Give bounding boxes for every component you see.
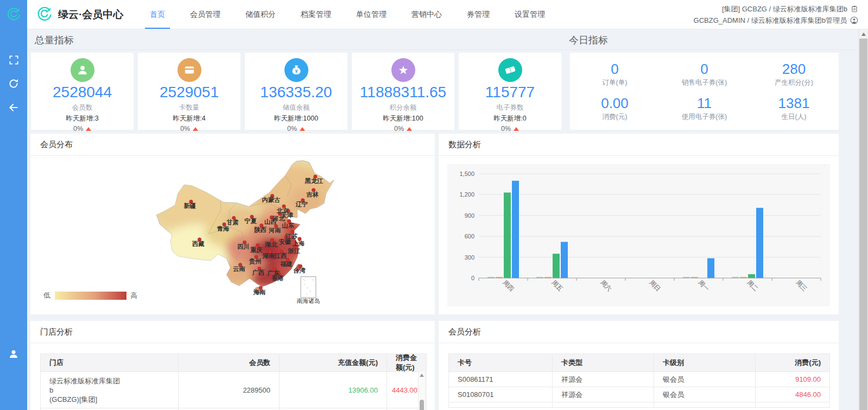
- sidebar-logo[interactable]: [0, 0, 27, 29]
- province-label: 云南: [233, 266, 245, 272]
- province-label: 西藏: [192, 241, 205, 247]
- page-scrollbar[interactable]: [858, 29, 868, 410]
- nav-tab-1[interactable]: 首页: [137, 0, 178, 29]
- stat-sub: 昨天新增:1000: [245, 114, 347, 123]
- brand-swirl-icon: [5, 7, 22, 23]
- store-table-scrollbar[interactable]: [418, 371, 426, 410]
- y-tick-label: 0: [471, 275, 474, 281]
- bar-blue[interactable]: [512, 181, 519, 278]
- store-row[interactable]: 绿云标准版标准库集团b(GCBZG)[集团]228950013906.00444…: [41, 371, 426, 408]
- bar-blue[interactable]: [756, 208, 763, 278]
- bar-blue[interactable]: [561, 242, 568, 278]
- x-category-label: 周五: [550, 279, 564, 293]
- sidebar: [0, 0, 27, 410]
- account-info: [集团] GCBZG / 绿云标准版标准库集团b GCBZG_ADMIN / 绿…: [694, 3, 868, 26]
- stat-percent: 0%: [245, 125, 347, 133]
- nav-tab-8[interactable]: 设置管理: [502, 0, 557, 29]
- stat-label: 卡数量: [138, 103, 240, 112]
- sidebar-user-icon[interactable]: [8, 348, 20, 360]
- bar-blue[interactable]: [707, 258, 714, 278]
- account-admin-row[interactable]: GCBZG_ADMIN / 绿云标准版标准库集团b管理员: [694, 15, 858, 26]
- china-map[interactable]: 南海诸岛 新疆西藏青海甘肃宁夏内蒙古黑龙江吉林辽宁北京天津河北山西山东陕西河南江…: [154, 159, 341, 304]
- back-arrow-icon[interactable]: [8, 102, 20, 113]
- member-row[interactable]: S01080701祥源会银会员4846.00: [449, 387, 829, 402]
- stat-sub: 昨天新增:100: [352, 114, 454, 123]
- bar-small-green[interactable]: [536, 277, 543, 278]
- stat-label: 储值余额: [245, 103, 347, 112]
- metric-label: 使用电子券(张): [682, 112, 727, 122]
- nav-tab-7[interactable]: 券管理: [454, 0, 502, 29]
- store-table: 门店会员数充值金额(元)消费金额(元) 绿云标准版标准库集团b(GCBZG)[集…: [40, 354, 427, 410]
- member-card-no: S01080701: [449, 387, 552, 402]
- metric-label: 销售电子券(张): [682, 78, 727, 87]
- member-table-header: 卡号卡类型卡级别消费(元): [449, 354, 829, 371]
- province-label: 山西: [264, 218, 277, 225]
- brand: 绿云·会员中心: [27, 5, 137, 23]
- bar-orange[interactable]: [740, 277, 747, 278]
- today-metric: 11使用电子券(张): [660, 91, 749, 125]
- nav-tab-4[interactable]: 档案管理: [288, 0, 344, 29]
- analysis-title: 数据分析: [439, 134, 839, 156]
- today-metric: 0订单(单): [570, 57, 660, 91]
- store-row-partial: [41, 408, 426, 410]
- bar-green[interactable]: [748, 274, 755, 278]
- bar-chart[interactable]: 03006009001,2001,500周四周五周六周日周一周二周三: [447, 164, 830, 306]
- store-members: 2289500: [178, 372, 279, 408]
- refresh-icon[interactable]: [8, 78, 20, 90]
- scrollbar-thumb[interactable]: [859, 39, 867, 410]
- legend-gradient: [55, 292, 126, 300]
- bar-small-green[interactable]: [683, 277, 690, 278]
- bar-green[interactable]: [504, 193, 511, 278]
- y-tick-label: 300: [465, 254, 474, 261]
- scroll-thumb[interactable]: [420, 400, 424, 410]
- store-code: (GCBZG)[集团]: [49, 395, 169, 404]
- x-category-label: 周日: [648, 279, 662, 293]
- province-label: 贵州: [249, 258, 262, 265]
- stat-percent: 0%: [459, 125, 561, 133]
- nav-tab-5[interactable]: 单位管理: [344, 0, 399, 29]
- bar-orange[interactable]: [544, 277, 552, 278]
- bar-green[interactable]: [553, 254, 560, 278]
- province-label: 湖北: [264, 241, 277, 248]
- metric-label: 消费(元): [603, 112, 628, 122]
- member-card-level: 银会员: [654, 372, 755, 387]
- y-tick-label: 900: [465, 212, 474, 219]
- bar-small-green[interactable]: [487, 277, 495, 278]
- member-col-header: 消费(元): [755, 354, 829, 371]
- province-label: 辽宁: [295, 201, 307, 207]
- card-icon: [178, 58, 201, 82]
- metric-label: 生日(人): [782, 112, 807, 122]
- account-group-row[interactable]: [集团] GCBZG / 绿云标准版标准库集团b: [694, 3, 858, 15]
- province-label: 台湾: [293, 267, 306, 274]
- province-label: 新疆: [183, 202, 197, 209]
- store-col-header: 消费金额(元): [387, 354, 426, 371]
- member-consume: 4846.00: [755, 387, 829, 402]
- nav-tab-6[interactable]: 营销中心: [399, 0, 454, 29]
- bar-small-green[interactable]: [732, 277, 739, 278]
- bar-orange[interactable]: [691, 277, 698, 278]
- store-col-header: 充值金额(元): [279, 354, 387, 371]
- member-table: 卡号卡类型卡级别消费(元) S00861171祥源会银会员9109.00S010…: [448, 354, 830, 408]
- province-label: 黑龙江: [305, 178, 324, 184]
- chart-area: 03006009001,2001,500周四周五周六周日周一周二周三: [447, 164, 830, 306]
- stat-label: 会员数: [31, 103, 134, 112]
- province-label: 陕西: [254, 226, 267, 233]
- bar-orange[interactable]: [496, 277, 503, 278]
- nav-tab-2[interactable]: 会员管理: [178, 0, 233, 29]
- x-category-label: 周六: [599, 279, 613, 293]
- today-section-title: 今日指标: [569, 34, 608, 47]
- member-row[interactable]: S00861171祥源会银会员9109.00: [449, 371, 829, 387]
- nav-tab-3[interactable]: 储值积分: [233, 0, 288, 29]
- up-trend-icon: [407, 127, 412, 131]
- x-category-label: 周一: [697, 279, 711, 293]
- province-label: 重庆: [250, 247, 263, 253]
- province-label: 吉林: [306, 191, 319, 198]
- member-card-no: S00861171: [449, 372, 552, 387]
- scroll-up-icon[interactable]: [420, 374, 424, 377]
- fullscreen-icon[interactable]: [8, 54, 20, 66]
- scrollbar-up-icon[interactable]: [861, 33, 866, 36]
- member-card-level: 银会员: [654, 387, 755, 402]
- member-cell-empty: [755, 402, 829, 407]
- x-category-label: 周三: [795, 279, 808, 293]
- metric-value: 0.00: [601, 96, 629, 111]
